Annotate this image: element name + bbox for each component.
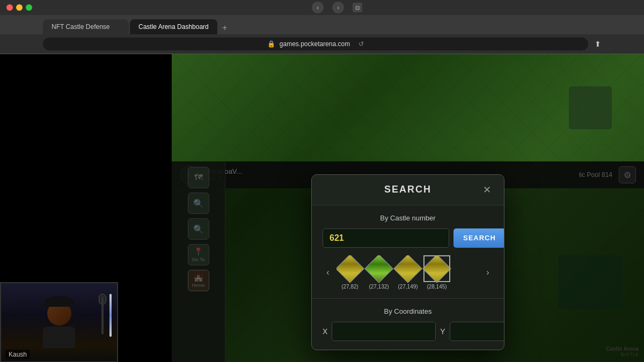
castle-thumb-4[interactable]: (28,145): [423, 255, 450, 290]
address-bar[interactable]: 🔒 games.pocketarena.com ↺: [43, 38, 588, 50]
castle-search-row: SEARCH: [323, 228, 493, 248]
browser-titlebar: ‹ › ⊡: [0, 0, 644, 15]
map-decoration: [569, 86, 612, 129]
castle-diamond-4: [423, 255, 450, 282]
window-icon: ⊡: [353, 3, 362, 12]
modal-header: SEARCH ✕: [312, 175, 504, 205]
castle-diamond-1: [336, 255, 363, 282]
tab-nft-castle-defense[interactable]: NFT Castle Defense: [43, 19, 129, 34]
castle-thumb-1[interactable]: (27,82): [336, 255, 363, 290]
castle-coords-1: (27,82): [341, 284, 358, 290]
minimize-window-button[interactable]: [16, 4, 23, 11]
reload-button[interactable]: ↺: [358, 40, 364, 48]
y-coordinate-input[interactable]: [450, 322, 504, 341]
game-content-area: K RoranoaV... ⊕41.2 lic Pool 814 ⚙ 🗺 🔍 🔍…: [0, 54, 644, 362]
castle-diamond-3: [394, 255, 421, 282]
share-button[interactable]: ⬆: [595, 40, 601, 48]
browser-chrome: ‹ › ⊡ NFT Castle Defense Castle Arena Da…: [0, 0, 644, 54]
next-thumbnail-button[interactable]: ›: [482, 267, 493, 278]
fullscreen-window-button[interactable]: [26, 4, 32, 11]
x-coordinate-input[interactable]: [332, 322, 436, 341]
back-button[interactable]: ‹: [312, 2, 324, 13]
browser-tabs: NFT Castle Defense Castle Arena Dashboar…: [0, 15, 644, 34]
search-button[interactable]: SEARCH: [453, 228, 504, 248]
castle-coords-2: (27,132): [369, 284, 389, 290]
coordinates-section-label: By Coordinates: [323, 307, 493, 315]
modal-title: SEARCH: [335, 184, 480, 195]
webcam-person-body: [43, 327, 75, 348]
led-strip: [109, 294, 112, 337]
forward-button[interactable]: ›: [332, 2, 344, 13]
castle-thumbnails: (27,82) (27,132) (27,149): [336, 255, 479, 290]
modal-overlay: SEARCH ✕ By Castle number SEARCH ‹: [172, 161, 644, 362]
castle-number-input[interactable]: [323, 228, 449, 248]
castle-diamond-2: [365, 255, 392, 282]
coordinates-row: X Y GO: [323, 322, 493, 341]
close-window-button[interactable]: [6, 4, 13, 11]
castle-thumb-3[interactable]: (27,149): [394, 255, 421, 290]
browser-addressbar: 🔒 games.pocketarena.com ↺ ⬆: [0, 34, 644, 54]
prev-thumbnail-button[interactable]: ‹: [323, 267, 333, 278]
streamer-name-label: Kaush: [5, 350, 30, 359]
coordinates-section: By Coordinates X Y GO: [312, 299, 504, 350]
tab2-label: Castle Arena Dashboard: [138, 23, 209, 31]
url-display: games.pocketarena.com: [280, 40, 350, 48]
y-label: Y: [440, 327, 445, 336]
x-label: X: [323, 327, 327, 336]
webcam-overlay: Kaush: [0, 282, 118, 362]
search-modal: SEARCH ✕ By Castle number SEARCH ‹: [311, 174, 504, 350]
thumbnails-row: ‹ (27,82) (27,132): [323, 255, 493, 290]
traffic-lights: [6, 4, 32, 11]
castle-thumb-2[interactable]: (27,132): [365, 255, 392, 290]
castle-coords-3: (27,149): [398, 284, 418, 290]
tab-castle-arena-dashboard[interactable]: Castle Arena Dashboard: [130, 19, 217, 34]
webcam-person-head: [47, 301, 71, 326]
castle-section-label: By Castle number: [323, 214, 493, 222]
modal-close-button[interactable]: ✕: [480, 183, 493, 196]
tab1-label: NFT Castle Defense: [52, 23, 110, 31]
new-tab-button[interactable]: +: [218, 21, 231, 34]
castle-coords-4: (28,145): [427, 284, 447, 290]
castle-number-section: By Castle number SEARCH ‹ (27,82): [312, 205, 504, 299]
